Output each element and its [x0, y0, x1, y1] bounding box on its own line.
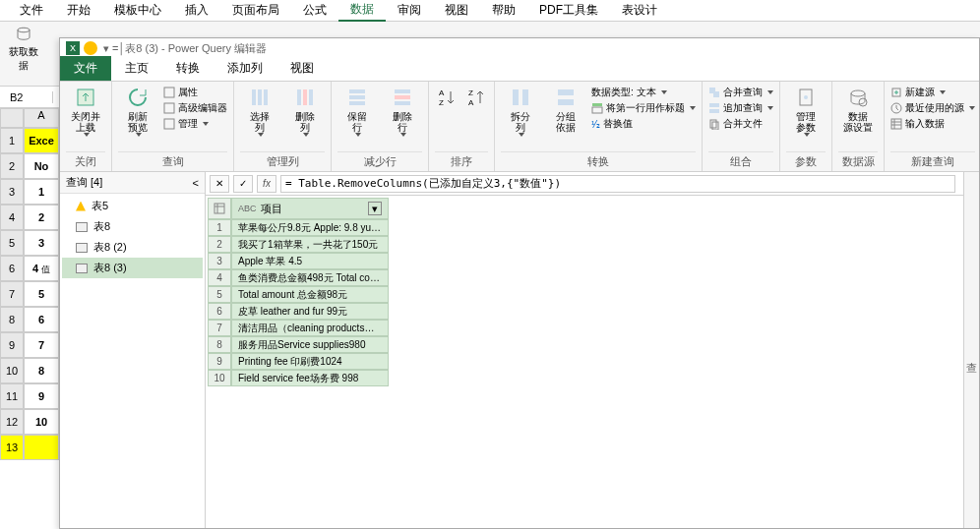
data-cell[interactable]: 我买了1箱苹果，一共花了150元	[231, 236, 389, 253]
split-column-button[interactable]: 拆分 列	[501, 86, 540, 137]
table-icon	[76, 243, 88, 253]
menu-layout[interactable]: 页面布局	[220, 0, 291, 21]
sort-desc-button[interactable]: ZA	[464, 86, 488, 111]
data-cell[interactable]: Field service fee场务费 998	[231, 370, 389, 386]
menu-insert[interactable]: 插入	[173, 0, 220, 21]
merge-queries-button[interactable]: 合并查询	[708, 86, 773, 99]
svg-rect-4	[164, 119, 174, 129]
column-header[interactable]: ABC 项目 ▾	[231, 198, 389, 219]
data-row[interactable]: 4鱼类消费总金额498元 Total cons…	[208, 269, 389, 286]
row-number: 2	[208, 236, 231, 253]
query-item-3[interactable]: 表8 (3)	[62, 258, 203, 278]
header-cell[interactable]: Exce	[24, 128, 59, 153]
data-cell[interactable]: 苹果每公斤9.8元 Apple: 9.8 yuan…	[231, 219, 389, 236]
svg-rect-24	[558, 99, 574, 105]
svg-rect-39	[891, 119, 901, 129]
data-row[interactable]: 3Apple 苹果 4.5	[208, 253, 389, 269]
data-cell[interactable]: Printing fee 印刷费1024	[231, 353, 389, 370]
manage-button[interactable]: 管理	[163, 117, 227, 131]
data-cell[interactable]: Apple 苹果 4.5	[231, 253, 389, 269]
svg-point-0	[18, 28, 30, 32]
replace-values-button[interactable]: ¹⁄₂替换值	[591, 117, 696, 131]
menu-help[interactable]: 帮助	[480, 0, 527, 21]
pq-tab-addcol[interactable]: 添加列	[214, 56, 276, 81]
data-row[interactable]: 1苹果每公斤9.8元 Apple: 9.8 yuan…	[208, 219, 389, 236]
remove-rows-button[interactable]: 删除 行	[383, 86, 422, 137]
properties-button[interactable]: 属性	[163, 86, 227, 99]
data-row[interactable]: 7清洁用品（cleaning products）9…	[208, 320, 389, 336]
data-row[interactable]: 10Field service fee场务费 998	[208, 370, 389, 386]
svg-point-35	[851, 90, 865, 96]
data-cell[interactable]: 服务用品Service supplies980	[231, 336, 389, 353]
menu-data[interactable]: 数据	[338, 0, 386, 22]
pq-tab-view[interactable]: 视图	[276, 56, 328, 81]
pq-tab-file[interactable]: 文件	[60, 56, 111, 81]
query-item-1[interactable]: 表8	[62, 216, 203, 237]
refresh-preview-button[interactable]: 刷新 预览	[118, 86, 157, 137]
collapse-pane-icon[interactable]: <	[193, 177, 199, 189]
new-source-button[interactable]: 新建源	[890, 86, 975, 99]
svg-rect-8	[297, 89, 301, 105]
append-queries-button[interactable]: 追加查询	[708, 101, 773, 115]
data-cell[interactable]: 鱼类消费总金额498元 Total cons…	[231, 269, 389, 286]
query-settings-collapsed[interactable]: 查	[963, 172, 979, 528]
formula-accept-button[interactable]: ✓	[233, 175, 253, 193]
pq-tab-transform[interactable]: 转换	[162, 56, 214, 81]
enter-data-button[interactable]: 输入数据	[890, 117, 975, 131]
cell-no[interactable]: No	[24, 153, 59, 179]
menu-tabledesign[interactable]: 表设计	[610, 0, 669, 21]
datatype-button[interactable]: 数据类型: 文本	[591, 86, 696, 99]
menu-review[interactable]: 审阅	[386, 0, 433, 21]
menu-view[interactable]: 视图	[433, 0, 480, 21]
svg-rect-3	[164, 103, 174, 113]
data-cell[interactable]: 清洁用品（cleaning products）9…	[231, 320, 389, 336]
manage-params-button[interactable]: 管理 参数	[786, 86, 826, 137]
svg-rect-16	[395, 101, 410, 105]
data-row[interactable]: 6皮草 leather and fur 99元	[208, 303, 389, 320]
close-upload-button[interactable]: 关闭并 上载	[66, 86, 105, 137]
recent-sources-button[interactable]: 最近使用的源	[890, 101, 975, 115]
data-cell[interactable]: Total amount 总金额98元	[231, 286, 389, 303]
menu-template[interactable]: 模板中心	[102, 0, 173, 21]
svg-rect-10	[309, 89, 313, 105]
combine-files-button[interactable]: 合并文件	[708, 117, 773, 131]
fx-icon[interactable]: fx	[257, 175, 276, 193]
svg-point-34	[804, 95, 808, 99]
pq-tab-bar: 文件 主页 转换 添加列 视图	[60, 58, 979, 82]
excel-menu-bar: 文件 开始 模板中心 插入 页面布局 公式 数据 审阅 视图 帮助 PDF工具集…	[0, 0, 980, 22]
menu-file[interactable]: 文件	[8, 0, 55, 21]
query-item-0[interactable]: 表5	[62, 196, 203, 216]
pq-title-text: 表8 (3) - Power Query 编辑器	[125, 41, 267, 56]
advanced-editor-button[interactable]: 高级编辑器	[163, 101, 227, 115]
data-source-button[interactable]: 数据 源设置	[838, 86, 878, 133]
select-columns-button[interactable]: 选择 列	[240, 86, 279, 137]
col-header-a[interactable]: A	[24, 108, 59, 128]
data-row[interactable]: 2我买了1箱苹果，一共花了150元	[208, 236, 389, 253]
menu-home[interactable]: 开始	[55, 0, 102, 21]
groupby-button[interactable]: 分组 依据	[546, 86, 585, 133]
formula-cancel-button[interactable]: ✕	[210, 175, 229, 193]
menu-pdf[interactable]: PDF工具集	[527, 0, 610, 21]
remove-columns-button[interactable]: 删除 列	[285, 86, 325, 137]
svg-rect-11	[349, 89, 365, 93]
name-box[interactable]: B2	[6, 91, 53, 103]
warning-icon	[76, 202, 86, 211]
filter-icon[interactable]: ▾	[368, 202, 382, 215]
data-row[interactable]: 8服务用品Service supplies980	[208, 336, 389, 353]
menu-formula[interactable]: 公式	[291, 0, 338, 21]
grid-corner[interactable]	[208, 198, 231, 219]
sort-asc-button[interactable]: AZ	[435, 86, 459, 111]
svg-rect-25	[592, 103, 602, 106]
formula-input[interactable]	[280, 175, 955, 193]
pq-main-area: ✕ ✓ fx ▾ ABC 项目 ▾ 1苹果每公斤9.8元	[206, 172, 979, 528]
data-cell[interactable]: 皮草 leather and fur 99元	[231, 303, 389, 320]
query-item-2[interactable]: 表8 (2)	[62, 237, 203, 258]
keep-rows-button[interactable]: 保留 行	[337, 86, 377, 137]
data-row[interactable]: 9Printing fee 印刷费1024	[208, 353, 389, 370]
pq-tab-home[interactable]: 主页	[111, 56, 162, 81]
svg-rect-6	[258, 89, 262, 105]
data-row[interactable]: 5Total amount 总金额98元	[208, 286, 389, 303]
svg-rect-40	[214, 204, 224, 213]
get-data-button[interactable]: 获取数 据	[8, 26, 39, 73]
first-row-header-button[interactable]: 将第一行用作标题	[591, 101, 696, 115]
